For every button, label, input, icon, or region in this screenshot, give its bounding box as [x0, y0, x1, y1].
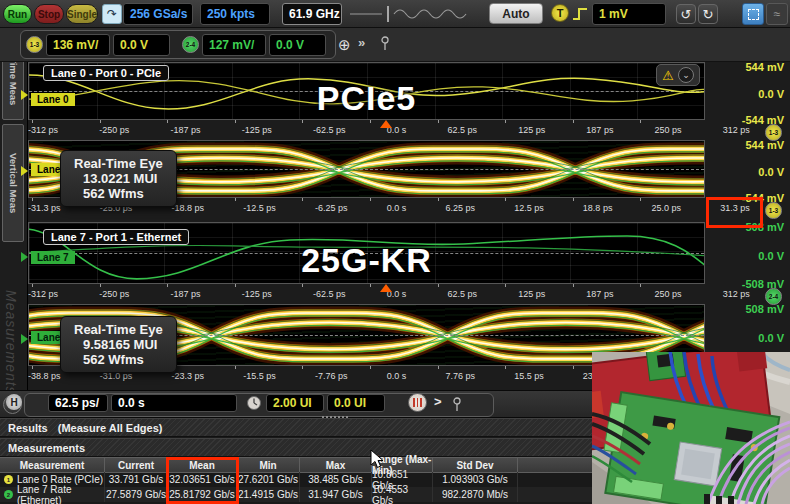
horizontal-position-field[interactable]: 0.0 s [111, 394, 237, 412]
bandwidth-field[interactable]: 61.9 GHz [282, 3, 342, 25]
trigger-position-marker[interactable] [380, 284, 392, 292]
stop-button[interactable]: Stop [34, 4, 64, 24]
x-tick-label: -187 ps [170, 289, 200, 299]
col-stddev[interactable]: Std Dev [433, 457, 518, 473]
x-tick-label: 25.0 ps [652, 203, 682, 213]
x-tick-label: 62.5 ps [447, 125, 477, 135]
ui-position-field[interactable]: 0.0 UI [327, 394, 385, 412]
channel-marker: 1 [4, 475, 13, 484]
col-min[interactable]: Min [237, 457, 300, 473]
channel-marker: 2 [4, 490, 13, 499]
clock-icon[interactable] [246, 395, 262, 411]
25gkr-big-label: 25G-KR [301, 241, 432, 280]
panel1-title[interactable]: Lane 0 - Port 0 - PCIe [43, 65, 169, 81]
undo-button[interactable]: ↺ [676, 4, 696, 24]
auto-trigger-button[interactable]: Auto [489, 3, 543, 24]
col-measurement[interactable]: Measurement [0, 457, 105, 473]
x-tick-label: -12.5 ps [243, 203, 276, 213]
x-tick-label: -23.3 ps [171, 371, 204, 381]
panel-lane0-waveform[interactable]: Lane 0 - Port 0 - PCIe Lane 0 PCIe5 ⚠ ⌄ [28, 62, 705, 120]
memory-depth-field[interactable]: 250 kpts [200, 3, 270, 25]
panel1-x-axis: -312 ps-250 ps-187 ps-125 ps-62.5 ps0.0 … [28, 120, 790, 140]
x-tick-label: -125 ps [242, 289, 272, 299]
panel1-y-axis: 544 mV0.0 V-544 mV [705, 62, 787, 126]
sample-rate-field[interactable]: 256 GSa/s [123, 3, 193, 25]
panel-warning-controls: ⚠ ⌄ [656, 64, 700, 86]
x-tick-label: -62.5 ps [313, 125, 346, 135]
y-axis-label: 544 mV [745, 62, 784, 73]
x-tick-label: 125 ps [518, 289, 545, 299]
region-select-icon[interactable] [742, 3, 764, 25]
trigger-level-marker[interactable] [21, 334, 28, 344]
add-channel-icon[interactable]: ⊕ [338, 36, 351, 54]
results-title-note: (Measure All Edges) [58, 422, 163, 434]
lane0-label[interactable]: Lane 0 [31, 93, 75, 106]
y-axis-label: 0.0 V [758, 89, 784, 100]
x-tick-label: -62.5 ps [313, 289, 346, 299]
axis-badge-1-3: 1-3 [765, 124, 782, 141]
channel-1-3-offset-field[interactable]: 0.0 V [113, 34, 170, 56]
chevron-down-icon[interactable]: ⌄ [678, 67, 694, 83]
tab-vertical-meas[interactable]: Vertical Meas [2, 124, 24, 242]
x-tick-label: -187 ps [170, 125, 200, 135]
axis-badge-2-4: 2-4 [765, 288, 782, 305]
x-tick-label: 187 ps [586, 125, 613, 135]
y-axis-label: 544 mV [745, 140, 784, 151]
channel-1-3-scale-field[interactable]: 136 mV/ [46, 34, 110, 56]
col-max[interactable]: Max [300, 457, 372, 473]
touch-draw-icon[interactable]: ↷ [102, 4, 122, 24]
x-tick-label: -7.76 ps [315, 371, 348, 381]
x-tick-label: -38.8 ps [28, 371, 61, 381]
lane7-label[interactable]: Lane 7 [31, 251, 75, 264]
trigger-level-field[interactable]: 1 mV [592, 3, 666, 25]
channel-2-4-scale-field[interactable]: 127 mV/ [202, 34, 266, 56]
pin-icon[interactable] [380, 36, 390, 51]
oscilloscope-app: Run Stop Single ↷ 256 GSa/s 250 kpts 61.… [0, 0, 790, 504]
annotation-box-mean-column [166, 457, 239, 504]
x-tick-label: 15.5 ps [514, 371, 544, 381]
channel-1-3-badge[interactable]: 1-3 [26, 36, 43, 53]
channel-2-4-offset-field[interactable]: 0.0 V [269, 34, 326, 56]
y-axis-label: 0.0 V [758, 167, 784, 178]
annotation-box-ui-width [706, 197, 763, 228]
trigger-level-marker[interactable] [21, 252, 28, 262]
channel-2-4-badge[interactable]: 2-4 [182, 36, 199, 53]
arrow-right-icon[interactable]: > [434, 394, 442, 409]
x-tick-label: -312 ps [28, 125, 58, 135]
trigger-position-marker[interactable] [380, 120, 392, 128]
wave-compare-icon[interactable]: ≈ [766, 3, 788, 25]
x-tick-label: 62.5 ps [447, 289, 477, 299]
expand-channels-icon[interactable]: » [358, 35, 363, 50]
x-tick-label: 187 ps [586, 289, 613, 299]
test-board-photo [592, 352, 790, 504]
lane0-eye-tooltip: Real-Time Eye 13.0221 MUI 562 Wfms [60, 150, 177, 207]
redo-button[interactable]: ↻ [698, 4, 718, 24]
trigger-level-marker[interactable] [21, 166, 28, 176]
channel-toolbar: 1-3 136 mV/ 0.0 V 2-4 127 mV/ 0.0 V ⊕ » [0, 28, 790, 62]
x-tick-label: 0.0 s [387, 203, 407, 213]
acquisition-icon[interactable] [408, 393, 427, 412]
warning-icon[interactable]: ⚠ [662, 69, 674, 82]
single-button[interactable]: Single [66, 4, 98, 24]
y-axis-label: 0.0 V [758, 251, 784, 262]
measurements-title: Measurements [8, 442, 85, 454]
panel3-title[interactable]: Lane 7 - Port 1 - Ethernet [43, 229, 189, 245]
x-tick-label: -250 ps [99, 125, 129, 135]
panel-lane7-waveform[interactable]: Lane 7 - Port 1 - Ethernet Lane 7 25G-KR [28, 222, 705, 284]
horizontal-badge[interactable]: H [6, 394, 22, 410]
x-tick-label: 125 ps [518, 125, 545, 135]
timebase-field[interactable]: 62.5 ps/ [48, 394, 108, 412]
run-button[interactable]: Run [3, 4, 32, 24]
results-title: Results [8, 422, 48, 434]
x-tick-label: 12.5 ps [514, 203, 544, 213]
x-tick-label: -18.8 ps [171, 203, 204, 213]
trigger-waveform-icon [348, 4, 480, 24]
col-current[interactable]: Current [105, 457, 168, 473]
trigger-edge-icon[interactable] [572, 7, 588, 21]
panel2-y-axis: 544 mV0.0 V-544 mV [705, 140, 787, 204]
trigger-level-marker[interactable] [21, 90, 28, 100]
x-tick-label: 18.8 ps [583, 203, 613, 213]
trigger-badge[interactable]: T [551, 4, 569, 22]
ui-scale-field[interactable]: 2.00 UI [266, 394, 324, 412]
pin-icon[interactable] [452, 397, 462, 412]
